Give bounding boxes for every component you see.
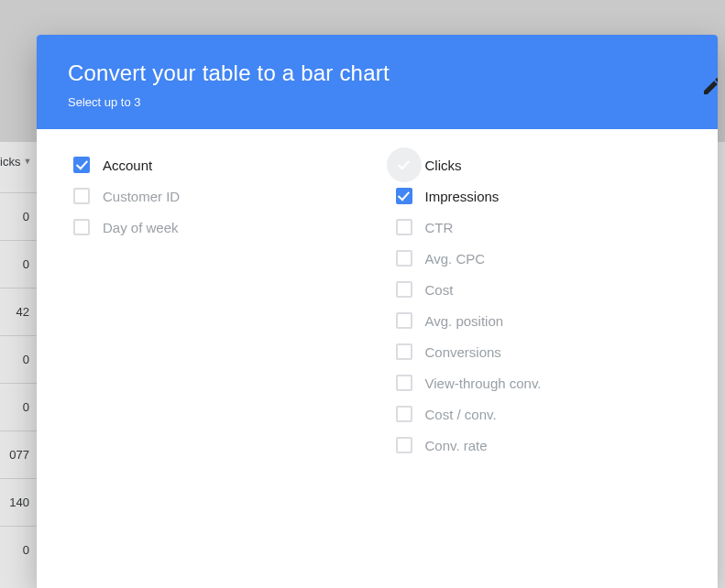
option-conv-rate: Conv. rate [396, 437, 682, 453]
option-ctr: CTR [396, 219, 682, 235]
option-clicks[interactable]: Clicks [396, 157, 682, 173]
checkbox-avg-position [396, 312, 412, 329]
option-label: CTR [425, 220, 454, 235]
option-view-through-conv: View-through conv. [396, 375, 682, 391]
option-label: Avg. position [425, 313, 504, 329]
checkbox-customer-id [73, 188, 90, 204]
pencil-icon[interactable] [701, 75, 718, 97]
checkbox-impressions[interactable] [396, 188, 412, 204]
dialog-title: Convert your table to a bar chart [68, 60, 687, 86]
checkbox-conv-rate [396, 437, 412, 453]
option-label: Conversions [425, 344, 501, 360]
checkbox-conversions [396, 343, 412, 360]
options-column-right: ClicksImpressionsCTRAvg. CPCCostAvg. pos… [396, 157, 682, 561]
option-label: Day of week [103, 220, 179, 235]
dialog-subtitle: Select up to 3 [68, 95, 687, 109]
option-cost-per-conv: Cost / conv. [396, 406, 682, 422]
checkbox-avg-cpc [396, 250, 412, 267]
convert-to-chart-dialog: Convert your table to a bar chart Select… [37, 35, 718, 588]
option-label: Impressions [425, 189, 500, 204]
option-customer-id: Customer ID [73, 188, 359, 204]
option-conversions: Conversions [396, 343, 682, 360]
option-label: View-through conv. [425, 376, 542, 391]
checkbox-ctr [396, 219, 412, 235]
option-label: Avg. CPC [425, 251, 486, 267]
option-account[interactable]: Account [73, 157, 359, 173]
checkbox-cost-per-conv [396, 406, 412, 422]
option-impressions[interactable]: Impressions [396, 188, 682, 204]
option-cost: Cost [396, 281, 682, 298]
option-label: Conv. rate [425, 438, 488, 453]
dialog-body: AccountCustomer IDDay of week ClicksImpr… [37, 129, 718, 588]
option-label: Clicks [425, 158, 462, 173]
dialog-header: Convert your table to a bar chart Select… [37, 35, 718, 129]
checkbox-account[interactable] [73, 157, 90, 173]
checkbox-clicks[interactable] [396, 157, 412, 173]
checkbox-day-of-week [73, 219, 90, 235]
option-label: Account [103, 158, 152, 173]
checkbox-cost [396, 281, 412, 298]
checkbox-view-through-conv [396, 375, 412, 391]
option-avg-cpc: Avg. CPC [396, 250, 682, 267]
option-label: Cost / conv. [425, 407, 497, 422]
focus-ring [387, 147, 422, 182]
option-label: Cost [425, 282, 454, 298]
options-column-left: AccountCustomer IDDay of week [73, 157, 359, 561]
option-avg-position: Avg. position [396, 312, 682, 329]
option-day-of-week: Day of week [73, 219, 359, 235]
option-label: Customer ID [103, 189, 180, 204]
